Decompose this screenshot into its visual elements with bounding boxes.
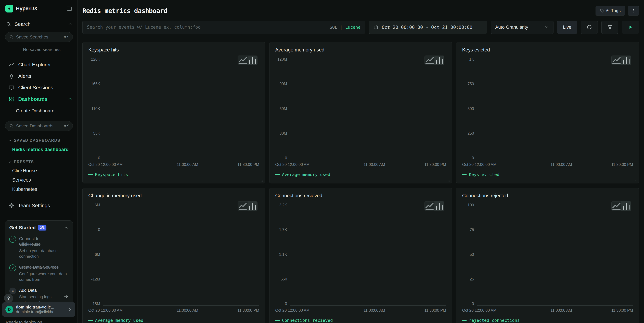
team-settings-label: Team Settings xyxy=(18,203,50,208)
bar-chart-toggle-icon[interactable] xyxy=(621,202,631,211)
chevron-up-icon[interactable] xyxy=(64,226,68,230)
saved-dashboards-section-header[interactable]: SAVED DASHBOARDS xyxy=(8,138,72,143)
granularity-select[interactable]: Auto Granularity xyxy=(491,20,554,34)
get-started-item-connect[interactable]: Connect to ClickHouse Set up your databa… xyxy=(9,236,68,259)
sidebar-item-alerts[interactable]: Alerts xyxy=(0,70,78,82)
resize-handle[interactable] xyxy=(632,177,637,182)
presets-section-header[interactable]: PRESETS xyxy=(8,160,72,164)
create-dashboard-button[interactable]: Create Dashboard xyxy=(0,106,78,116)
x-tick-label: Oct 20 12:00:00 AM xyxy=(88,308,122,313)
chart-title: Keyspace hits xyxy=(88,47,259,53)
y-axis: 120M90M60M30M0 xyxy=(275,57,290,160)
y-tick-label: 500 xyxy=(468,107,474,111)
avatar: D xyxy=(6,306,13,313)
line-chart-toggle-icon[interactable] xyxy=(425,202,434,211)
run-query-button[interactable] xyxy=(622,20,639,34)
chevron-up-icon[interactable] xyxy=(68,97,72,101)
get-started-title: Get Started xyxy=(9,225,36,231)
filter-button[interactable] xyxy=(602,20,618,34)
x-tick-label: 11:30:00 PM xyxy=(424,162,446,167)
bar-chart-toggle-icon[interactable] xyxy=(248,56,257,65)
get-started-card: Get Started 2/3 Connect to ClickHouse Se… xyxy=(5,220,73,310)
chart-card-average-memory: Average memory used 120M90M60M30M0 Oct 2… xyxy=(269,42,452,183)
step-title: Connect to ClickHouse xyxy=(19,236,59,247)
dashboard-menu-button[interactable] xyxy=(628,6,639,15)
arrow-right-icon[interactable] xyxy=(64,294,68,299)
saved-dashboards-search[interactable]: ⌘K xyxy=(5,121,73,131)
chart-type-toggle xyxy=(238,201,258,211)
bell-icon xyxy=(8,73,14,79)
legend-dash xyxy=(275,320,280,321)
chart-canvas xyxy=(290,57,446,160)
user-account-row[interactable]: D dominic.tran@clic... dominic.tran@clic… xyxy=(2,303,75,317)
line-chart-toggle-icon[interactable] xyxy=(612,202,621,211)
chart-canvas xyxy=(103,203,259,306)
date-range-picker[interactable]: Oct 20 00:00:00 - Oct 21 00:00:00 xyxy=(369,20,487,34)
line-chart-toggle-icon[interactable] xyxy=(612,56,621,65)
filter-icon xyxy=(607,24,613,30)
refresh-button[interactable] xyxy=(581,20,598,34)
sidebar-item-chart-explorer[interactable]: Chart Explorer xyxy=(0,59,78,70)
resize-handle[interactable] xyxy=(258,177,263,182)
get-started-item-sources[interactable]: Create Data Sources Configure where your… xyxy=(9,265,68,282)
sidebar-item-clickhouse[interactable]: ClickHouse xyxy=(12,168,72,173)
sidebar-item-team-settings[interactable]: Team Settings xyxy=(8,203,72,209)
sidebar: HyperDX Search ⌘K No saved searches Char… xyxy=(0,0,78,323)
y-tick-label: 250 xyxy=(468,131,474,135)
page-title: Redis metrics dashboard xyxy=(82,7,167,14)
bar-chart-toggle-icon[interactable] xyxy=(434,56,444,65)
sidebar-item-kubernetes[interactable]: Kubernetes xyxy=(12,186,72,192)
chevron-up-icon[interactable] xyxy=(68,22,72,26)
x-tick-label: 11:30:00 PM xyxy=(238,162,259,167)
live-button[interactable]: Live xyxy=(557,20,577,34)
chart-title: Change in memory used xyxy=(88,193,259,198)
event-search-box[interactable]: SQL | Lucene xyxy=(82,20,365,34)
y-tick-label: -6M xyxy=(93,253,100,257)
sidebar-item-redis-dashboard[interactable]: Redis metrics dashboard xyxy=(12,147,72,152)
sidebar-item-dashboards[interactable]: Dashboards xyxy=(0,93,78,105)
sidebar-item-client-sessions[interactable]: Client Sessions xyxy=(0,82,78,93)
chevron-down-icon xyxy=(544,25,549,29)
chevron-down-icon xyxy=(8,160,12,164)
sidebar-collapse-icon[interactable] xyxy=(66,5,72,12)
tags-button[interactable]: 0 Tags xyxy=(596,6,625,15)
line-chart-toggle-icon[interactable] xyxy=(238,56,248,65)
y-tick-label: 60M xyxy=(280,107,287,111)
check-circle-icon xyxy=(9,265,16,271)
line-chart-toggle-icon[interactable] xyxy=(425,56,434,65)
resize-handle[interactable] xyxy=(446,177,450,182)
y-axis: 1007550250 xyxy=(462,203,477,306)
y-tick-label: 90M xyxy=(280,82,287,86)
event-search-input[interactable] xyxy=(87,25,326,30)
chart-legend: Connections recieved xyxy=(275,318,446,323)
plus-icon xyxy=(9,109,13,113)
chart-canvas xyxy=(290,203,446,306)
help-button[interactable]: ? xyxy=(4,294,13,303)
lucene-toggle[interactable]: Lucene xyxy=(345,25,360,30)
nav-label: Alerts xyxy=(18,73,31,79)
saved-searches-search[interactable]: ⌘K xyxy=(5,32,73,42)
y-tick-label: 110K xyxy=(91,107,100,111)
legend-dash xyxy=(462,320,466,321)
bar-chart-toggle-icon[interactable] xyxy=(248,202,257,211)
sql-toggle[interactable]: SQL xyxy=(330,25,337,30)
legend-label: Average memory used xyxy=(282,172,330,177)
bar-chart-toggle-icon[interactable] xyxy=(434,202,444,211)
chart-card-connections-rejected: Connections rejected 1007550250 Oct 20 1… xyxy=(456,188,639,323)
x-tick-label: Oct 20 12:00:00 AM xyxy=(275,308,310,313)
search-icon xyxy=(9,124,14,128)
get-started-header[interactable]: Get Started 2/3 xyxy=(9,225,68,231)
line-chart-toggle-icon[interactable] xyxy=(238,202,248,211)
sidebar-section-search[interactable]: Search xyxy=(6,21,72,27)
user-email-secondary: dominic.tran@clickho... xyxy=(16,310,65,314)
sidebar-item-services[interactable]: Services xyxy=(12,177,72,183)
y-tick-label: 120M xyxy=(277,57,287,61)
legend-label: Average memory used xyxy=(95,318,143,323)
step-number-badge: 3 xyxy=(9,288,16,294)
plot-area xyxy=(103,203,259,306)
y-tick-label: 100 xyxy=(468,203,474,207)
chart-card-keyspace-hits: Keyspace hits 220K165K110K55K0 Oct 20 12… xyxy=(82,42,265,183)
saved-dashboards-input[interactable] xyxy=(16,123,62,129)
bar-chart-toggle-icon[interactable] xyxy=(621,56,631,65)
saved-searches-input[interactable] xyxy=(16,34,62,40)
